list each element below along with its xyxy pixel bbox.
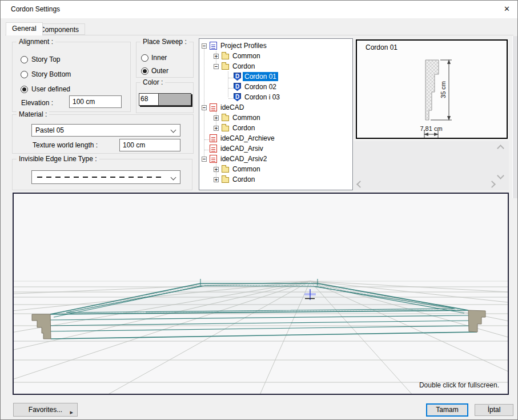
profile-icon: D [234,73,241,81]
cancel-button[interactable]: İptal [475,404,513,416]
tree-item[interactable]: −Project Profiles [199,41,352,51]
folder-icon [222,126,229,131]
library-document-icon [210,145,217,153]
radio-inner[interactable] [141,54,148,62]
invisible-edge-group: Invisible Edge Line Type : [12,159,192,190]
tree-guide-stub [228,78,233,78]
ok-button[interactable]: Tamam [426,403,468,417]
material-value: Pastel 05 [35,126,64,134]
folder-icon [222,64,229,70]
preview-title: Cordon 01 [366,43,397,51]
cordon-profile-cap-right [468,310,485,332]
3d-wireframe-scene [14,194,508,394]
tree-item-label: ideCAD_Arsiv [219,144,265,153]
alignment-legend: Alignment : [17,38,55,46]
close-icon[interactable]: ✕ [504,5,510,13]
radio-story-bottom[interactable] [21,71,28,78]
tree-item[interactable]: DCordon 01 [199,71,352,82]
tree-item-label: Cordon [231,123,256,133]
radio-outer[interactable] [141,67,148,75]
scroll-up-icon[interactable] [497,145,504,152]
color-value[interactable]: 68 [139,94,159,105]
material-select[interactable]: Pastel 05 [31,124,180,137]
alignment-group: Alignment : Elevation : 100 cm Story Top… [12,42,131,112]
tree-item-label: Cordon 01 [243,72,278,81]
tree-item-label: Common [231,113,262,122]
profile-icon: D [234,83,241,91]
elevation-input[interactable]: 100 cm [69,95,122,108]
tree-item-label: Project Profiles [219,41,268,50]
tree-item[interactable]: +Cordon [199,174,352,185]
favorites-button[interactable]: Favorites... ▸ [13,403,78,417]
tree-item[interactable]: DCordon 02 [199,82,352,92]
profile-preview-panel: Cordon 01 35 cm 7.81 cm [356,39,508,139]
tree-item[interactable]: DCordon i 03 [199,92,352,102]
tree-item[interactable]: +Common [199,51,352,61]
color-group: Color : 68 [136,82,194,113]
tree-item[interactable]: −Cordon [199,61,352,71]
3d-viewport[interactable]: Double click for fullscreen. [13,193,509,395]
library-document-icon [210,134,217,142]
invisible-edge-legend: Invisible Edge Line Type : [17,155,99,163]
expand-icon[interactable]: + [214,126,219,131]
library-document-icon [210,155,217,163]
collapse-icon[interactable]: − [202,157,207,162]
tree-item[interactable]: −ideCAD_Arsiv2 [199,154,352,164]
tree-item[interactable]: −ideCAD [199,102,352,113]
color-legend: Color : [140,78,165,86]
texture-length-input[interactable]: 100 cm [119,139,180,151]
expand-right-icon: ▸ [70,406,73,418]
expand-icon[interactable]: + [214,167,219,172]
collapse-icon[interactable]: − [202,105,207,110]
folder-icon [222,167,229,173]
window-title: Cordon Settings [11,5,60,13]
title-bar: Cordon Settings ✕ [1,1,517,18]
tree-item[interactable]: ideCAD_Arsiv [199,143,352,154]
line-type-select[interactable] [31,170,180,184]
material-legend: Material : [17,110,49,118]
scroll-down-icon[interactable] [497,172,504,179]
tree-guide-stub [204,139,209,140]
tab-general[interactable]: General [6,22,43,35]
tree-item[interactable]: +Cordon [199,123,352,133]
tab-strip-line [5,35,513,35]
svg-text:35 cm: 35 cm [440,81,447,98]
scroll-left-icon[interactable] [356,181,364,188]
tree-item[interactable]: ideCAD_Archieve [199,133,352,143]
tree-item[interactable]: +Common [199,113,352,123]
radio-label: Inner [151,54,167,62]
radio-story-top[interactable] [21,56,28,63]
description-panel [354,141,509,190]
cordon-settings-dialog: Cordon Settings ✕ General Components Ali… [0,0,518,420]
radio-user-defined[interactable] [21,86,28,93]
chevron-down-icon [171,175,176,181]
material-group: Material : Pastel 05 Texture world lengt… [12,114,194,154]
scroll-right-icon[interactable] [488,181,496,188]
tree-item-label: ideCAD_Archieve [219,134,276,143]
tree-item-label: Cordon i 03 [243,93,282,102]
folder-icon [222,177,229,183]
tree-item-label: ideCAD_Arsiv2 [219,154,268,163]
library-document-icon [210,103,217,111]
side-scrollbar[interactable] [512,36,517,198]
cordon-profile-cap-left [32,314,51,339]
collapse-icon[interactable]: − [202,43,207,49]
expand-icon[interactable]: + [214,177,219,182]
radio-label: Story Top [31,55,60,63]
folder-icon [222,54,229,59]
tree-item-label: Cordon [231,62,256,71]
collapse-icon[interactable]: − [214,64,219,69]
tree-item-label: Cordon 02 [243,82,278,91]
color-picker[interactable]: 68 [139,93,191,106]
chevron-down-icon [171,127,176,133]
expand-icon[interactable]: + [214,54,219,59]
tree-item-label: ideCAD [219,103,246,112]
place-sweep-legend: Place Sweep : [140,38,189,46]
fullscreen-hint: Double click for fullscreen. [419,381,499,389]
profile-drawing: 35 cm 7.81 cm [357,41,507,138]
profile-tree[interactable]: −Project Profiles+Common−CordonDCordon 0… [199,38,353,190]
tree-item[interactable]: +Common [199,164,352,174]
folder-icon [222,115,229,121]
expand-icon[interactable]: + [214,115,219,121]
color-swatch[interactable] [159,94,191,105]
